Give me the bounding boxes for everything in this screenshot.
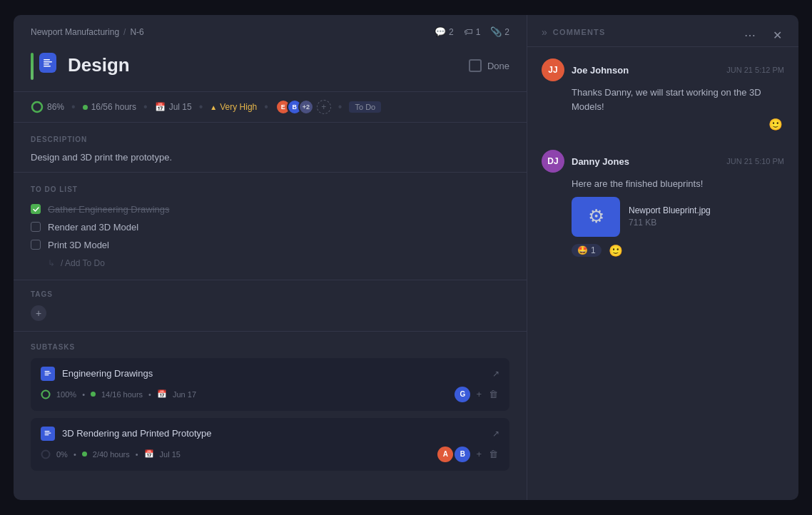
avatar-stack: E B +2 +	[275, 99, 331, 115]
comment-1-meta: Joe Johnson	[572, 65, 719, 76]
tags-section: TAGS +	[14, 280, 527, 332]
subtask-2-icon	[41, 427, 55, 441]
comments-count: 2	[449, 27, 454, 37]
priority-meta[interactable]: ▲ Very High	[210, 102, 257, 112]
description-text: Design and 3D print the prototype.	[31, 151, 509, 165]
subtask-1-avatar[interactable]: G	[455, 387, 470, 402]
reaction-count: 1	[591, 245, 596, 255]
attachment-icon: 📎	[490, 26, 502, 37]
task-modal: ⋯ ✕ Newport Manufacturing / N-6 💬 2 🏷	[14, 15, 798, 500]
status-badge[interactable]: To Do	[349, 101, 381, 113]
subtask-item-1: Engineering Drawings ↗ 100% • 14/16 hour…	[31, 358, 509, 411]
subtask-2-avatar-1[interactable]: A	[437, 447, 453, 462]
tags-label: TAGS	[31, 290, 509, 298]
subtask-1-name[interactable]: Engineering Drawings	[62, 368, 485, 379]
progress-pct-label: 86%	[47, 102, 64, 112]
subtask-2-delete-button[interactable]: 🗑	[487, 447, 499, 461]
todo-checkbox-1[interactable]	[31, 204, 41, 214]
tags-action[interactable]: 🏷 1	[464, 26, 481, 37]
breadcrumb: Newport Manufacturing / N-6 💬 2 🏷 1 📎	[14, 15, 527, 44]
todo-checkbox-2[interactable]	[31, 222, 41, 232]
subtask-2-external-icon[interactable]: ↗	[492, 429, 499, 439]
comment-2-attachment: ⚙ Newport Blueprint.jpg 711 KB	[542, 197, 784, 237]
add-todo-label: / Add To Do	[61, 258, 105, 268]
todo-checkbox-3[interactable]	[31, 240, 41, 250]
svg-rect-8	[45, 374, 49, 375]
subtask-2-add-button[interactable]: +	[474, 447, 483, 461]
task-title[interactable]: Design	[68, 54, 457, 76]
add-assignee-button[interactable]: +	[317, 100, 331, 114]
progress-meta[interactable]: 86%	[31, 101, 64, 113]
subtasks-section: SUBTASKS Engineering Drawings ↗	[14, 332, 527, 489]
subtask-1-sep1: •	[82, 390, 85, 399]
priority-label: Very High	[220, 102, 257, 112]
todo-item-1: Gather Engineering Drawings	[31, 200, 509, 218]
calendar-icon: 📅	[155, 102, 166, 112]
svg-rect-0	[44, 59, 50, 61]
comment-2-reactions: 🤩 1 🙂	[542, 243, 784, 259]
breadcrumb-separator: /	[123, 27, 126, 37]
subtask-2-date: Jul 15	[160, 450, 181, 459]
comment-1-time: JUN 21 5:12 PM	[726, 66, 784, 74]
breadcrumb-child[interactable]: N-6	[130, 27, 143, 37]
svg-rect-3	[44, 66, 51, 67]
todo-item-2: Render and 3D Model	[31, 218, 509, 236]
subtask-2-sep1: •	[73, 450, 76, 459]
comments-list: JJ Joe Johnson JUN 21 5:12 PM Thanks Dan…	[527, 47, 798, 500]
subtask-2-hours: 2/40 hours	[93, 450, 130, 459]
attachment-thumbnail[interactable]: ⚙	[572, 197, 620, 237]
subtask-2-name[interactable]: 3D Rendering and Printed Prototype	[62, 428, 485, 439]
hours-meta[interactable]: 16/56 hours	[83, 102, 136, 112]
subtask-1-delete-button[interactable]: 🗑	[487, 387, 499, 401]
more-options-button[interactable]: ⋯	[740, 25, 760, 45]
svg-rect-1	[44, 61, 52, 63]
comment-1-body: Thanks Danny, we will start working on t…	[542, 86, 784, 113]
task-meta: 86% • 16/56 hours • 📅 Jul 15 • ▲	[14, 92, 527, 123]
todo-label: TO DO LIST	[31, 185, 509, 193]
comment-1-emoji-button[interactable]: 🙂	[767, 116, 784, 133]
hours-label: 16/56 hours	[91, 102, 136, 112]
due-date-label: Jul 15	[169, 102, 192, 112]
attachments-action[interactable]: 📎 2	[490, 26, 509, 37]
task-color-bar	[31, 53, 34, 80]
subtasks-label: SUBTASKS	[31, 343, 509, 351]
close-modal-button[interactable]: ✕	[767, 25, 787, 45]
date-meta[interactable]: 📅 Jul 15	[155, 102, 192, 112]
comment-1-author: Joe Johnson	[572, 65, 629, 76]
comment-2-emoji-button[interactable]: 🙂	[607, 243, 624, 259]
add-todo-button[interactable]: ↳ / Add To Do	[31, 254, 509, 272]
subtask-1-date: Jun 17	[173, 390, 196, 399]
subtask-1-header: Engineering Drawings ↗	[41, 367, 499, 381]
avatar-more[interactable]: +2	[298, 99, 314, 115]
collapse-panel-button[interactable]: »	[542, 26, 547, 38]
attachment-thumbnail-icon: ⚙	[588, 205, 604, 228]
svg-point-10	[42, 390, 50, 398]
comment-2-body: Here are the finished blueprints!	[542, 177, 784, 191]
task-header: Design Done	[14, 44, 527, 92]
subtask-2-header: 3D Rendering and Printed Prototype ↗	[41, 427, 499, 441]
done-checkbox[interactable]	[469, 59, 482, 72]
subtask-2-avatar-2[interactable]: B	[455, 447, 470, 462]
comment-1: JJ Joe Johnson JUN 21 5:12 PM Thanks Dan…	[542, 58, 784, 133]
task-title-area: Design	[68, 54, 457, 78]
done-toggle[interactable]: Done	[469, 59, 509, 72]
subtask-1-external-icon[interactable]: ↗	[492, 369, 499, 379]
subtask-1-add-button[interactable]: +	[474, 387, 483, 401]
priority-arrow-icon: ▲	[210, 103, 217, 111]
subtask-1-actions: G + 🗑	[455, 387, 499, 402]
sep1: •	[71, 101, 76, 113]
todo-text-1: Gather Engineering Drawings	[48, 204, 170, 215]
subtask-1-meta: 100% • 14/16 hours • 📅 Jun 17 G + 🗑	[41, 387, 499, 402]
subtask-1-icon	[41, 367, 55, 381]
comments-action[interactable]: 💬 2	[435, 26, 454, 37]
svg-point-5	[32, 102, 42, 112]
todo-text-2: Render and 3D Model	[48, 222, 138, 233]
breadcrumb-parent[interactable]: Newport Manufacturing	[31, 27, 119, 37]
todo-item-3: Print 3D Model	[31, 236, 509, 254]
subtask-2-progress-icon	[41, 449, 51, 459]
comment-1-header: JJ Joe Johnson JUN 21 5:12 PM	[542, 58, 784, 81]
svg-rect-7	[45, 372, 51, 373]
comment-2-author: Danny Jones	[572, 156, 629, 167]
reaction-badge[interactable]: 🤩 1	[572, 244, 602, 257]
add-tag-button[interactable]: +	[31, 305, 46, 321]
